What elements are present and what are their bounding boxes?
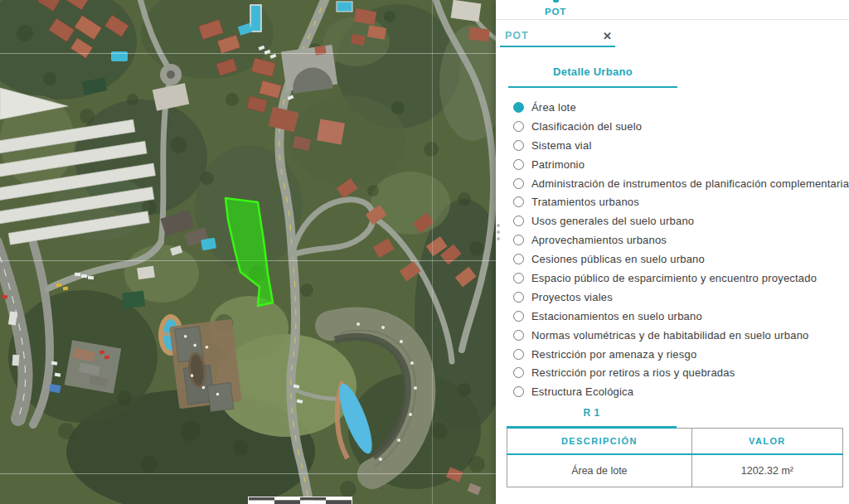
layer-option-administracion-instrumentos[interactable]: Administración de instrumentos de planif…: [513, 174, 846, 193]
layer-option-tratamientos-urbanos[interactable]: Tratamientos urbanos: [513, 192, 846, 211]
map-viewport[interactable]: [0, 0, 496, 504]
radio-icon[interactable]: [513, 367, 524, 378]
radio-icon[interactable]: [513, 273, 524, 284]
layer-radio-list: Área lote Clasificación del suelo Sistem…: [513, 98, 846, 401]
layer-option-normas-volumetricas[interactable]: Normas volumétricas y de habitabilidad e…: [513, 326, 846, 345]
layer-option-aprovechamientos-urbanos[interactable]: Aprovechamientos urbanos: [513, 230, 846, 250]
radio-icon[interactable]: [513, 159, 524, 170]
layer-option-restriccion-retiros[interactable]: Restricción por retiros a rios y quebrad…: [513, 363, 846, 382]
layer-option-restriccion-amenaza[interactable]: Restricción por amenaza y riesgo: [513, 345, 846, 364]
radio-icon[interactable]: [513, 349, 524, 360]
search-input-value[interactable]: POT: [505, 30, 529, 41]
clear-search-icon[interactable]: ✕: [603, 31, 612, 41]
app-window: POT POT ✕ Detalle Urbano Área lote Clasi…: [0, 0, 849, 504]
layer-option-espacio-publico[interactable]: Espacio público de esparcimiento y encue…: [513, 269, 846, 288]
radio-icon[interactable]: [513, 196, 524, 207]
panel-drag-handle[interactable]: [496, 224, 501, 244]
radio-selected-icon[interactable]: [513, 102, 524, 113]
layer-option-area-lote[interactable]: Área lote: [513, 98, 846, 117]
layer-option-estructura-ecologica[interactable]: Estructura Ecológica: [513, 382, 846, 401]
radio-icon[interactable]: [513, 386, 524, 397]
radio-icon[interactable]: [513, 121, 524, 132]
radio-icon[interactable]: [513, 292, 524, 303]
radio-icon[interactable]: [513, 235, 524, 245]
cell-valor: 1202.32 m²: [691, 454, 842, 487]
layer-option-clasificacion-suelo[interactable]: Clasificación del suelo: [513, 117, 846, 136]
results-section: R 1 DESCRIPCIÓN VALOR Área de lote 1202.…: [507, 405, 843, 487]
map-scale-bar: [249, 497, 352, 504]
layer-option-cesiones-publicas[interactable]: Cesiones públicas en suelo urbano: [513, 250, 846, 269]
panel-title: POT: [545, 7, 566, 17]
layer-option-patrimonio[interactable]: Patrimonio: [513, 155, 846, 174]
pot-tab-icon: [553, 0, 559, 2]
results-table: DESCRIPCIÓN VALOR Área de lote 1202.32 m…: [507, 428, 843, 487]
column-header-valor: VALOR: [691, 429, 842, 455]
layer-option-usos-generales[interactable]: Usos generales del suelo urbano: [513, 211, 846, 230]
map-canvas[interactable]: [0, 0, 496, 504]
radio-icon[interactable]: [513, 178, 524, 189]
layer-option-estacionamientos[interactable]: Estacionamientos en suelo urbano: [513, 307, 846, 326]
search-field[interactable]: POT ✕: [500, 26, 615, 47]
info-panel: POT POT ✕ Detalle Urbano Área lote Clasi…: [496, 0, 849, 504]
tab-r1[interactable]: R 1: [507, 405, 677, 429]
pot-header-tab[interactable]: POT: [539, 0, 572, 18]
radio-icon[interactable]: [513, 330, 524, 341]
tab-detalle-urbano-label: Detalle Urbano: [553, 65, 633, 78]
layer-option-sistema-vial[interactable]: Sistema vial: [513, 136, 846, 155]
table-row: Área de lote 1202.32 m²: [507, 454, 843, 487]
radio-icon[interactable]: [513, 140, 524, 151]
column-header-descripcion: DESCRIPCIÓN: [507, 429, 692, 455]
layer-option-proyectos-viales[interactable]: Proyectos viales: [513, 288, 846, 307]
radio-icon[interactable]: [513, 254, 524, 264]
tab-detalle-urbano[interactable]: Detalle Urbano: [508, 64, 677, 88]
cell-descripcion: Área de lote: [507, 454, 692, 487]
radio-icon[interactable]: [513, 216, 524, 226]
panel-header: POT: [496, 0, 849, 20]
radio-icon[interactable]: [513, 311, 524, 322]
